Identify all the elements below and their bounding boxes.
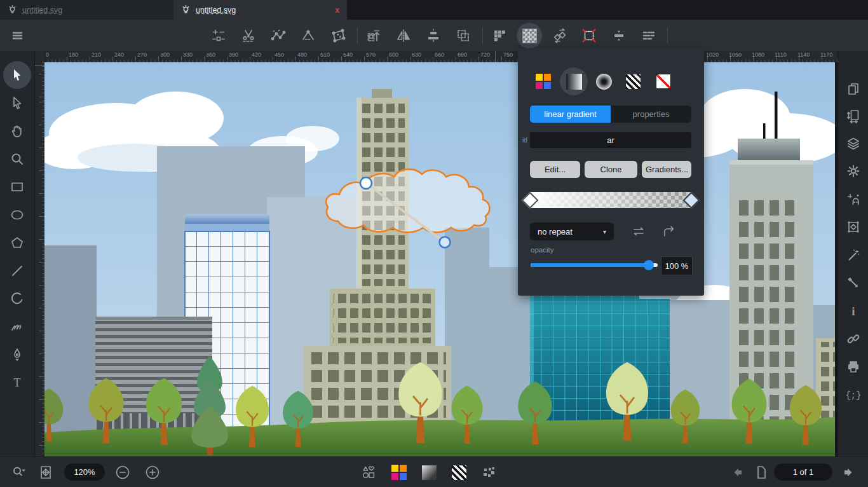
- raise-top-button[interactable]: [361, 23, 386, 48]
- layers-button[interactable]: [839, 130, 867, 158]
- magic-wand-button[interactable]: [839, 241, 867, 269]
- link-icon: [846, 331, 861, 346]
- swatches-icon: [391, 465, 407, 480]
- swatch-library-button[interactable]: [386, 460, 412, 485]
- tab-close-icon[interactable]: x: [335, 6, 339, 15]
- node-handles-button[interactable]: [266, 23, 291, 48]
- tool-zoom[interactable]: [3, 145, 31, 173]
- turn-gradient-icon[interactable]: [661, 224, 677, 239]
- cursor-marker-y: [34, 65, 44, 66]
- opacity-slider-thumb[interactable]: [644, 260, 654, 270]
- drawing-canvas[interactable]: [44, 62, 835, 456]
- tool-pen[interactable]: [3, 341, 31, 369]
- tab-untitled-1[interactable]: untitled.svg: [0, 0, 173, 20]
- tool-pencil[interactable]: [3, 313, 31, 341]
- zoom-in-button[interactable]: [140, 460, 165, 485]
- page-indicator-pill[interactable]: 1 of 1: [774, 463, 832, 481]
- zoom-level-pill[interactable]: 120%: [64, 463, 105, 481]
- gradient-tool-button[interactable]: [517, 23, 542, 48]
- link-button[interactable]: [839, 325, 867, 353]
- group-button[interactable]: [451, 23, 476, 48]
- corner-tool-button[interactable]: [295, 23, 321, 48]
- tab-linear-gradient[interactable]: linear gradient: [530, 106, 611, 123]
- mask-corner-icon: [492, 28, 507, 43]
- dash-pattern-button[interactable]: [636, 23, 661, 48]
- info-button[interactable]: i: [839, 297, 867, 325]
- bottom-bar: 120% 1 of 1: [0, 456, 868, 487]
- no-fill-icon: [656, 74, 671, 89]
- zoom-presets-icon: [11, 465, 27, 480]
- deform-button[interactable]: [325, 23, 351, 48]
- fit-page-button[interactable]: [33, 460, 58, 485]
- settings-button[interactable]: [839, 157, 867, 185]
- repeat-value: no repeat: [538, 227, 573, 237]
- symbols-library-button[interactable]: [476, 460, 501, 485]
- gradients-button[interactable]: Gradients...: [642, 161, 691, 178]
- snap-button[interactable]: [839, 185, 867, 213]
- plus-circle-icon: [145, 465, 160, 480]
- pattern-library-button[interactable]: [446, 460, 471, 485]
- tool-select[interactable]: [3, 61, 31, 89]
- picker-button[interactable]: [839, 269, 867, 297]
- node-add-remove-icon: [211, 28, 226, 43]
- hamburger-icon: [10, 28, 25, 43]
- edit-button[interactable]: Edit...: [530, 161, 580, 178]
- deform-icon: [330, 28, 346, 43]
- cursor-marker-x: [495, 51, 496, 62]
- print-button[interactable]: [839, 353, 867, 381]
- mask-button[interactable]: [487, 23, 512, 48]
- fill-none-button[interactable]: [649, 67, 677, 95]
- clone-button[interactable]: Clone: [585, 161, 637, 178]
- transform-object-button[interactable]: [839, 213, 867, 241]
- tab-untitled-2[interactable]: untitled.svg x: [173, 0, 347, 20]
- tool-rail: T: [0, 51, 35, 456]
- distribute-vertical-button[interactable]: [606, 23, 632, 48]
- shapes-icon: [361, 465, 376, 480]
- arrow-right-icon: [840, 465, 855, 480]
- zoom-presets-button[interactable]: [6, 460, 32, 485]
- page-button[interactable]: [749, 460, 774, 485]
- menu-button[interactable]: [5, 23, 31, 48]
- repeat-select[interactable]: no repeat ▾: [530, 223, 614, 240]
- reverse-gradient-icon[interactable]: [631, 224, 646, 239]
- tab-properties[interactable]: properties: [611, 106, 691, 123]
- cut-path-button[interactable]: [236, 23, 261, 48]
- ruler-corner: [34, 51, 45, 62]
- align-center-button[interactable]: [421, 23, 446, 48]
- tool-arc[interactable]: [3, 285, 31, 313]
- page-size-button[interactable]: [839, 102, 867, 130]
- opacity-label: opacity: [531, 246, 553, 254]
- linear-gradient-icon: [566, 74, 582, 90]
- shapes-library-button[interactable]: [356, 460, 381, 485]
- pages-button[interactable]: [839, 75, 867, 103]
- next-page-button[interactable]: [835, 460, 860, 485]
- tool-ellipse[interactable]: [3, 201, 31, 229]
- fill-swatches-button[interactable]: [529, 67, 557, 95]
- gradient-id-input[interactable]: [530, 132, 691, 148]
- id-label: id: [522, 137, 527, 144]
- fill-pattern-button[interactable]: [619, 67, 647, 95]
- selection-edit-button[interactable]: [576, 23, 602, 48]
- gradient-stop-bar[interactable]: [530, 192, 691, 208]
- chevron-down-icon: ▾: [603, 228, 606, 235]
- tool-node-select[interactable]: [3, 89, 31, 117]
- tool-rectangle[interactable]: [3, 173, 31, 201]
- gradient-library-button[interactable]: [416, 460, 442, 485]
- gradient-end-handle[interactable]: [440, 237, 451, 248]
- tool-polygon[interactable]: [3, 229, 31, 257]
- flip-horizontal-button[interactable]: [391, 23, 416, 48]
- tool-text[interactable]: T: [3, 369, 31, 397]
- code-button[interactable]: {;}: [839, 381, 867, 409]
- zoom-out-button[interactable]: [110, 460, 135, 485]
- prev-page-button[interactable]: [726, 460, 751, 485]
- text-icon: T: [10, 375, 25, 390]
- swap-fill-button[interactable]: [547, 23, 573, 48]
- tool-pan[interactable]: [3, 117, 31, 145]
- node-add-remove-button[interactable]: [206, 23, 231, 48]
- opacity-slider[interactable]: [531, 263, 658, 267]
- fill-linear-gradient-button[interactable]: [560, 67, 588, 95]
- svg-text:i: i: [851, 305, 855, 318]
- gradient-start-handle[interactable]: [360, 177, 372, 189]
- tool-line[interactable]: [3, 257, 31, 285]
- fill-radial-gradient-button[interactable]: [590, 67, 618, 95]
